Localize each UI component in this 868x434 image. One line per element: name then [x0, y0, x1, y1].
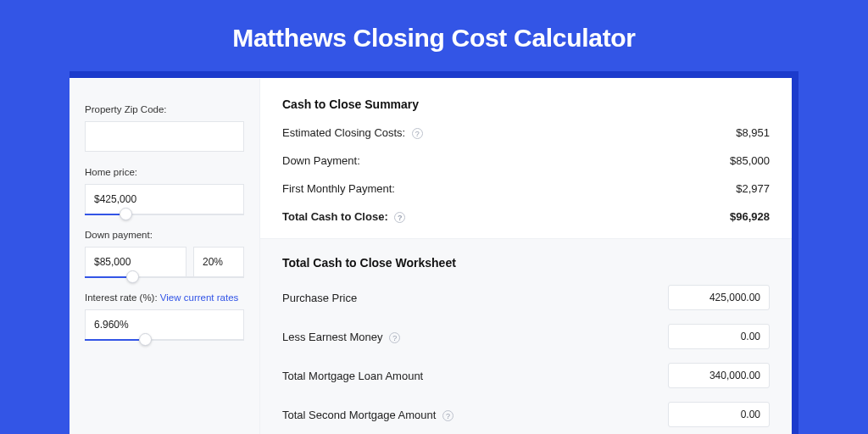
interest-rate-input[interactable] [85, 309, 244, 340]
ws-row-earnest: Less Earnest Money ? [282, 324, 770, 349]
ws-row-purchase-price: Purchase Price [282, 285, 770, 310]
card-shadow: Property Zip Code: Home price: Down paym… [70, 71, 798, 434]
summary-amount: $8,951 [736, 126, 770, 139]
summary-row-total: Total Cash to Close: ? $96,928 [282, 210, 770, 223]
page-title: Matthews Closing Cost Calculator [0, 0, 868, 71]
summary-row-down-payment: Down Payment: $85,000 [282, 154, 770, 167]
interest-rate-label: Interest rate (%): View current rates [85, 292, 244, 303]
ws-input-earnest[interactable] [668, 324, 770, 349]
ws-label: Total Mortgage Loan Amount [282, 370, 423, 382]
summary-total-amount: $96,928 [730, 210, 770, 223]
home-price-field: Home price: [85, 167, 244, 214]
summary-label: Estimated Closing Costs: [282, 126, 405, 139]
ws-label: Purchase Price [282, 292, 357, 304]
zip-field: Property Zip Code: [85, 104, 244, 152]
ws-input-second-mortgage[interactable] [668, 402, 770, 427]
calculator-card: Property Zip Code: Home price: Down paym… [70, 78, 792, 434]
slider-thumb[interactable] [126, 270, 139, 283]
summary-label: First Monthly Payment: [282, 182, 395, 195]
down-payment-field: Down payment: [85, 230, 244, 277]
summary-row-closing-costs: Estimated Closing Costs: ? $8,951 [282, 126, 770, 139]
results-panel: Cash to Close Summary Estimated Closing … [260, 79, 792, 434]
interest-rate-field: Interest rate (%): View current rates [85, 292, 244, 340]
home-price-label: Home price: [85, 167, 244, 177]
ws-row-mortgage: Total Mortgage Loan Amount [282, 363, 770, 388]
summary-row-first-monthly: First Monthly Payment: $2,977 [282, 182, 770, 195]
zip-input[interactable] [85, 121, 244, 152]
inputs-sidebar: Property Zip Code: Home price: Down paym… [70, 79, 260, 434]
summary-amount: $2,977 [736, 182, 770, 195]
zip-label: Property Zip Code: [85, 104, 244, 114]
down-payment-label: Down payment: [85, 230, 244, 240]
down-payment-pct-input[interactable] [193, 247, 244, 277]
home-price-input[interactable] [85, 184, 244, 214]
ws-input-purchase-price[interactable] [668, 285, 770, 310]
summary-title: Cash to Close Summary [282, 97, 770, 111]
worksheet-section: Total Cash to Close Worksheet Purchase P… [260, 238, 792, 434]
ws-label: Less Earnest Money [282, 331, 383, 343]
summary-total-label: Total Cash to Close: [282, 210, 388, 223]
worksheet-title: Total Cash to Close Worksheet [282, 256, 770, 270]
help-icon[interactable]: ? [389, 332, 400, 343]
ws-input-mortgage[interactable] [668, 363, 770, 388]
summary-label: Down Payment: [282, 154, 360, 167]
ws-row-second-mortgage: Total Second Mortgage Amount ? [282, 402, 770, 427]
view-rates-link[interactable]: View current rates [160, 292, 238, 303]
summary-amount: $85,000 [730, 154, 770, 167]
slider-thumb[interactable] [139, 333, 152, 346]
help-icon[interactable]: ? [394, 212, 405, 223]
help-icon[interactable]: ? [442, 410, 453, 421]
ws-label: Total Second Mortgage Amount [282, 409, 436, 421]
slider-thumb[interactable] [120, 208, 132, 220]
interest-label-text: Interest rate (%): [85, 292, 160, 303]
help-icon[interactable]: ? [412, 128, 423, 139]
